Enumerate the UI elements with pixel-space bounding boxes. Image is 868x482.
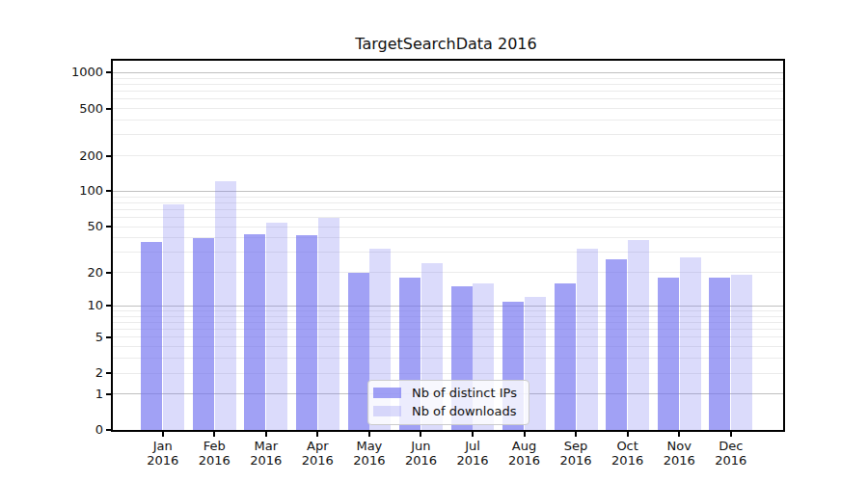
gridline-minor [113, 134, 783, 135]
bar-distinct-ips-oct [606, 259, 627, 430]
legend-label-downloads: Nb of downloads [412, 404, 516, 418]
bar-distinct-ips-may [348, 273, 369, 430]
y-tick-label: 0 [45, 422, 103, 438]
y-tick-mark [106, 305, 111, 307]
gridline-minor [113, 197, 783, 198]
gridline-minor [113, 98, 783, 99]
y-tick-label: 1 [45, 387, 103, 402]
bar-downloads-mar [266, 223, 287, 430]
gridline-minor [113, 155, 783, 156]
bar-distinct-ips-apr [296, 235, 317, 430]
legend-item-distinct-ips: Nb of distinct IPs [373, 384, 523, 402]
y-tick-mark [106, 226, 111, 228]
y-tick-mark [106, 190, 111, 192]
bar-downloads-apr [318, 218, 339, 430]
y-tick-mark [106, 393, 111, 395]
plot-area: Dec2016Nov2016Oct2016Sep2016Aug2016Jul20… [111, 59, 785, 432]
bar-downloads-nov [680, 257, 701, 430]
x-tick-mark [575, 432, 577, 437]
gridline-minor [113, 209, 783, 210]
x-tick-mark [524, 432, 526, 437]
y-tick-mark [106, 71, 111, 73]
y-tick-mark [106, 108, 111, 110]
bar-downloads-sep [577, 249, 598, 430]
x-tick-mark [678, 432, 680, 437]
bar-distinct-ips-mar [244, 234, 265, 430]
gridline-minor [113, 91, 783, 92]
x-tick-mark [627, 432, 629, 437]
bar-distinct-ips-sep [555, 283, 576, 430]
x-tick-mark [472, 432, 474, 437]
x-tick-label: Jan2016 [132, 439, 194, 468]
bar-downloads-dec [731, 275, 752, 430]
y-tick-label: 200 [45, 148, 103, 164]
x-tick-mark [213, 432, 215, 437]
gridline-minor [113, 78, 783, 79]
x-tick-mark [265, 432, 267, 437]
gridline-minor [113, 202, 783, 203]
y-tick-label: 100 [45, 183, 103, 199]
y-tick-label: 10 [45, 298, 103, 313]
legend-label-distinct-ips: Nb of distinct IPs [412, 386, 517, 400]
bar-downloads-feb [215, 181, 236, 430]
bar-distinct-ips-feb [193, 238, 214, 430]
y-tick-label: 5 [45, 330, 103, 345]
x-tick-mark [368, 432, 370, 437]
bar-downloads-oct [628, 240, 649, 430]
y-tick-mark [106, 155, 111, 157]
bar-distinct-ips-dec [709, 278, 730, 430]
legend: Nb of distinct IPs Nb of downloads [367, 380, 529, 425]
chart-title: TargetSearchData 2016 [111, 35, 781, 53]
legend-swatch-distinct-ips [373, 388, 401, 398]
x-tick-month: Jan [132, 439, 194, 453]
bar-distinct-ips-nov [658, 278, 679, 430]
gridline-major [113, 191, 783, 192]
legend-swatch-downloads [373, 406, 401, 416]
bar-downloads-jan [163, 204, 184, 430]
y-tick-mark [106, 336, 111, 338]
y-tick-label: 1000 [45, 65, 103, 80]
y-tick-label: 20 [45, 265, 103, 281]
gridline-minor [113, 227, 783, 228]
gridline-minor [113, 84, 783, 85]
y-tick-mark [106, 272, 111, 274]
y-tick-label: 50 [45, 219, 103, 234]
x-tick-mark [730, 432, 732, 437]
bar-distinct-ips-jan [141, 242, 162, 430]
legend-item-downloads: Nb of downloads [373, 402, 523, 420]
x-tick-mark [162, 432, 164, 437]
y-tick-mark [106, 429, 111, 431]
y-tick-label: 2 [45, 365, 103, 381]
gridline-minor [113, 217, 783, 218]
x-tick-mark [316, 432, 318, 437]
gridline-minor [113, 108, 783, 109]
y-tick-mark [106, 372, 111, 374]
x-tick-year: 2016 [132, 453, 194, 468]
gridline-minor [113, 120, 783, 120]
chart-figure: TargetSearchData 2016 Dec2016Nov2016Oct2… [0, 0, 868, 482]
gridline-major [113, 72, 783, 73]
x-tick-mark [420, 432, 421, 437]
y-tick-label: 500 [45, 101, 103, 117]
